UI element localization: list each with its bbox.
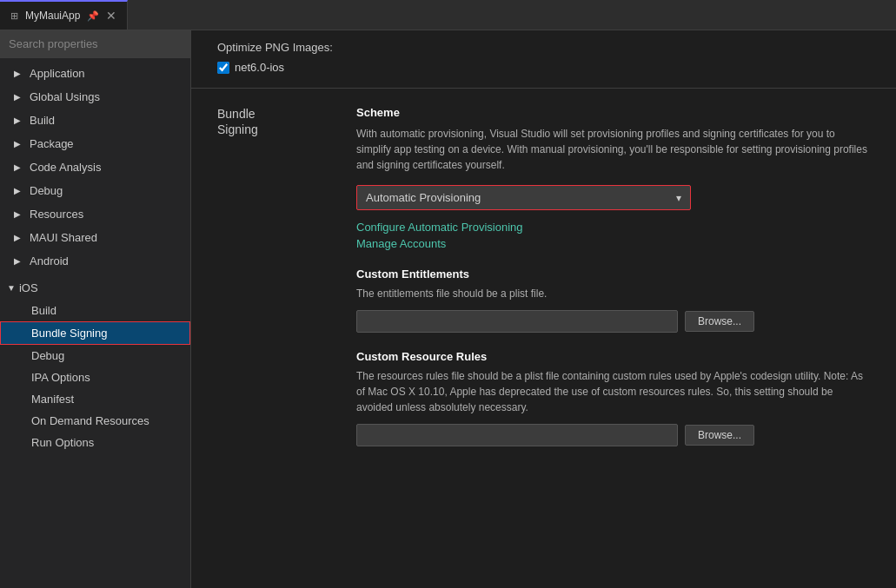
configure-provisioning-link[interactable]: Configure Automatic Provisioning (356, 221, 870, 234)
sidebar-item-on-demand-resources[interactable]: On Demand Resources (0, 410, 190, 432)
sidebar-item-bundle-signing[interactable]: Bundle Signing (0, 321, 190, 345)
ios-section: ▼ iOS Build Bundle Signing Debug IPA Opt… (0, 273, 190, 457)
chevron-right-icon: ▶ (14, 256, 24, 266)
ios-children: Build Bundle Signing Debug IPA Options M… (0, 300, 190, 453)
entitlements-file-row: Browse... (356, 310, 870, 333)
child-label: On Demand Resources (31, 414, 149, 427)
chevron-right-icon: ▶ (14, 186, 24, 195)
optimize-row: Optimize PNG Images: (217, 41, 870, 54)
close-tab-button[interactable]: ✕ (106, 10, 116, 22)
net6-checkbox-row[interactable]: net6.0-ios (217, 61, 870, 74)
sidebar-section-label: iOS (19, 281, 38, 294)
child-label: Manifest (31, 393, 74, 406)
entitlements-title: Custom Entitlements (356, 268, 870, 281)
sidebar-item-global-usings[interactable]: ▶ Global Usings (0, 85, 190, 109)
resource-rules-title: Custom Resource Rules (356, 350, 870, 363)
resource-rules-file-input[interactable] (356, 424, 678, 446)
sidebar-item-label: Android (30, 254, 69, 268)
search-input[interactable] (9, 37, 182, 50)
child-label: Debug (31, 349, 64, 362)
checkbox-label: net6.0-ios (235, 61, 284, 74)
resource-rules-browse-button[interactable]: Browse... (685, 425, 754, 446)
sidebar-item-label: Build (30, 114, 55, 127)
chevron-right-icon: ▶ (14, 92, 24, 102)
custom-entitlements-section: Custom Entitlements The entitlements fil… (356, 268, 870, 333)
sidebar-item-ios-debug[interactable]: Debug (0, 345, 190, 367)
sidebar-item-ios-build[interactable]: Build (0, 300, 190, 321)
sidebar-item-resources[interactable]: ▶ Resources (0, 202, 190, 226)
chevron-right-icon: ▶ (14, 139, 24, 149)
scheme-title: Scheme (356, 106, 870, 119)
sidebar-item-build[interactable]: ▶ Build (0, 109, 190, 132)
sidebar-item-debug[interactable]: ▶ Debug (0, 179, 190, 202)
child-label: Bundle Signing (31, 327, 107, 340)
sidebar: ▶ Application ▶ Global Usings ▶ Build ▶ … (0, 30, 191, 588)
chevron-down-icon: ▼ (7, 283, 16, 293)
search-bar[interactable] (0, 30, 190, 58)
active-tab[interactable]: ⊞ MyMauiApp 📌 ✕ (0, 0, 128, 30)
chevron-right-icon: ▶ (14, 233, 24, 242)
sidebar-item-code-analysis[interactable]: ▶ Code Analysis (0, 155, 190, 179)
pin-icon: ⊞ (10, 10, 18, 22)
provisioning-dropdown-wrapper[interactable]: Automatic Provisioning Manual Provisioni… (356, 185, 691, 210)
chevron-right-icon: ▶ (14, 69, 24, 78)
child-label: Run Options (31, 436, 94, 449)
entitlements-description: The entitlements file should be a plist … (356, 286, 870, 301)
bundle-signing-section: BundleSigning Scheme With automatic prov… (191, 89, 896, 464)
bundle-signing-content: Scheme With automatic provisioning, Visu… (356, 106, 870, 446)
resource-rules-description: The resources rules file should be a pli… (356, 368, 870, 415)
content-area: Optimize PNG Images: net6.0-ios BundleSi… (191, 30, 896, 588)
sidebar-item-label: Global Usings (30, 90, 100, 103)
provisioning-dropdown[interactable]: Automatic Provisioning Manual Provisioni… (357, 186, 690, 209)
sidebar-item-label: MAUI Shared (30, 231, 97, 244)
scheme-description: With automatic provisioning, Visual Stud… (356, 126, 870, 173)
sidebar-item-label: Application (30, 67, 85, 80)
tab-bar: ⊞ MyMauiApp 📌 ✕ (0, 0, 896, 30)
main-layout: ▶ Application ▶ Global Usings ▶ Build ▶ … (0, 30, 896, 588)
sidebar-item-label: Code Analysis (30, 161, 101, 174)
links-container: Configure Automatic Provisioning Manage … (356, 221, 870, 250)
tab-title: MyMauiApp (25, 10, 80, 22)
child-label: IPA Options (31, 371, 90, 384)
chevron-right-icon: ▶ (14, 162, 24, 172)
manage-accounts-link[interactable]: Manage Accounts (356, 237, 870, 250)
chevron-right-icon: ▶ (14, 209, 24, 219)
bundle-signing-label: BundleSigning (217, 106, 356, 446)
pin-icon2: 📌 (87, 10, 99, 22)
sidebar-item-application[interactable]: ▶ Application (0, 62, 190, 85)
optimize-label: Optimize PNG Images: (217, 41, 333, 54)
resource-rules-file-row: Browse... (356, 424, 870, 446)
sidebar-item-manifest[interactable]: Manifest (0, 388, 190, 410)
child-label: Build (31, 304, 56, 317)
sidebar-item-maui-shared[interactable]: ▶ MAUI Shared (0, 226, 190, 249)
sidebar-item-label: Debug (30, 184, 63, 197)
top-partial-section: Optimize PNG Images: net6.0-ios (191, 30, 896, 89)
sidebar-item-ios[interactable]: ▼ iOS (0, 276, 190, 300)
sidebar-item-package[interactable]: ▶ Package (0, 132, 190, 155)
sidebar-item-label: Resources (30, 208, 83, 221)
sidebar-item-android[interactable]: ▶ Android (0, 249, 190, 273)
nav-list: ▶ Application ▶ Global Usings ▶ Build ▶ … (0, 58, 190, 588)
sidebar-item-ipa-options[interactable]: IPA Options (0, 367, 190, 388)
sidebar-item-run-options[interactable]: Run Options (0, 432, 190, 453)
entitlements-browse-button[interactable]: Browse... (685, 311, 754, 332)
net6-checkbox[interactable] (217, 62, 229, 74)
chevron-right-icon: ▶ (14, 116, 24, 125)
custom-resource-rules-section: Custom Resource Rules The resources rule… (356, 350, 870, 446)
entitlements-file-input[interactable] (356, 310, 678, 333)
sidebar-item-label: Package (30, 137, 74, 150)
